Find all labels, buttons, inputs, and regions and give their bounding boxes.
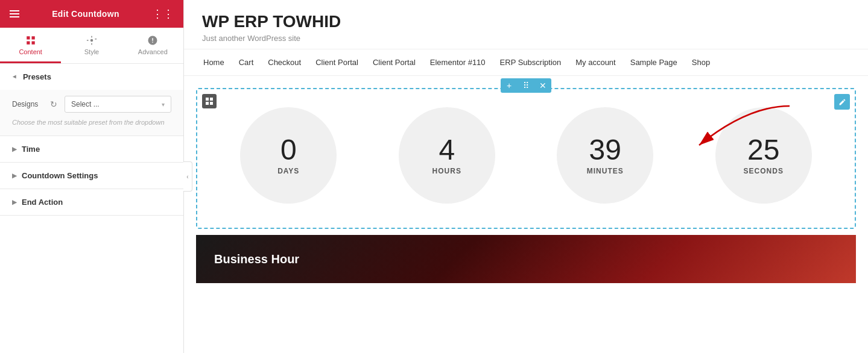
section-presets: ▼ Presets Designs ↻ Select ... ▾ Choose … xyxy=(0,64,183,136)
tab-advanced-label: Advanced xyxy=(138,48,168,55)
preset-select-dropdown[interactable]: Select ... ▾ xyxy=(65,96,171,113)
section-time-label: Time xyxy=(22,145,40,154)
site-header: WP ERP TOWHID Just another WordPress sit… xyxy=(184,0,868,49)
widget-handle[interactable] xyxy=(202,94,217,108)
sidebar-title: Edit Countdown xyxy=(52,9,119,19)
tab-style[interactable]: Style xyxy=(61,28,122,63)
svg-rect-0 xyxy=(27,36,30,39)
countdown-widget: 0 DAYS 4 HOURS 39 MINUTES 25 SECONDS xyxy=(197,89,855,228)
preset-select-value: Select ... xyxy=(71,100,100,108)
countdown-label: SECONDS xyxy=(744,167,784,175)
nav-item[interactable]: My account xyxy=(568,49,622,75)
section-countdown-settings: ▶ Countdown Settings xyxy=(0,163,183,189)
refresh-icon[interactable]: ↻ xyxy=(50,99,60,109)
countdown-number: 39 xyxy=(589,136,621,164)
nav-item[interactable]: Elementor #110 xyxy=(423,49,493,75)
section-presets-header[interactable]: ▼ Presets xyxy=(0,64,183,90)
sidebar-header: Edit Countdown ⋮⋮ xyxy=(0,0,183,28)
countdown-number: 4 xyxy=(439,136,455,164)
countdown-unit: 0 DAYS xyxy=(240,107,337,204)
sidebar-collapse-handle[interactable]: ‹ xyxy=(183,161,192,192)
section-countdown-settings-header[interactable]: ▶ Countdown Settings xyxy=(0,163,183,189)
toolbar-close-button[interactable]: ✕ xyxy=(534,78,551,93)
svg-point-4 xyxy=(90,39,93,42)
tab-content-label: Content xyxy=(19,48,42,55)
grid-icon[interactable]: ⋮⋮ xyxy=(152,7,174,20)
section-presets-body: Designs ↻ Select ... ▾ Choose the most s… xyxy=(0,90,183,136)
countdown-widget-container: + ⠿ ✕ 0 DAYS 4 HOURS 39 xyxy=(196,88,856,229)
nav-item[interactable]: Shop xyxy=(685,49,717,75)
designs-label: Designs xyxy=(12,100,45,108)
tab-style-label: Style xyxy=(84,48,99,55)
chevron-right-icon: ▶ xyxy=(12,172,17,179)
chevron-right-icon: ▶ xyxy=(12,199,17,205)
tab-advanced[interactable]: Advanced xyxy=(122,28,183,63)
toolbar-move-button[interactable]: ⠿ xyxy=(518,78,534,93)
preset-hint: Choose the most suitable preset from the… xyxy=(12,119,171,126)
nav-item[interactable]: Checkout xyxy=(261,49,308,75)
nav-item[interactable]: Home xyxy=(196,49,232,75)
sidebar-tabs: Content Style Advanced xyxy=(0,28,183,64)
countdown-toolbar: + ⠿ ✕ xyxy=(501,78,551,93)
sidebar-content: ▼ Presets Designs ↻ Select ... ▾ Choose … xyxy=(0,64,183,353)
section-time-header[interactable]: ▶ Time xyxy=(0,136,183,162)
main-body: + ⠿ ✕ 0 DAYS 4 HOURS 39 xyxy=(184,76,868,283)
countdown-label: DAYS xyxy=(277,167,299,175)
svg-rect-9 xyxy=(210,102,213,105)
business-hour-title: Business Hour xyxy=(214,252,299,266)
business-hour-section: Business Hour xyxy=(196,235,856,283)
section-end-action-header[interactable]: ▶ End Action xyxy=(0,189,183,215)
section-end-action-label: End Action xyxy=(22,198,63,207)
countdown-circle: 39 MINUTES xyxy=(557,107,653,204)
chevron-down-icon: ▾ xyxy=(162,101,165,108)
widget-edit-button[interactable] xyxy=(834,94,850,110)
countdown-circle: 0 DAYS xyxy=(240,107,337,204)
svg-rect-2 xyxy=(27,42,30,45)
hamburger-icon[interactable] xyxy=(10,10,19,17)
nav-item[interactable]: Cart xyxy=(232,49,261,75)
countdown-label: MINUTES xyxy=(587,167,624,175)
svg-rect-3 xyxy=(31,42,34,45)
countdown-unit: 4 HOURS xyxy=(399,107,495,204)
section-countdown-settings-label: Countdown Settings xyxy=(22,171,98,180)
countdown-number: 25 xyxy=(747,136,779,164)
svg-rect-8 xyxy=(206,102,209,105)
nav-item[interactable]: ERP Subscription xyxy=(493,49,569,75)
section-end-action: ▶ End Action xyxy=(0,189,183,216)
countdown-unit: 25 SECONDS xyxy=(715,107,812,204)
countdown-circle: 4 HOURS xyxy=(399,107,495,204)
svg-rect-7 xyxy=(210,98,213,101)
site-title: WP ERP TOWHID xyxy=(202,12,850,31)
svg-rect-1 xyxy=(31,36,34,39)
nav-item[interactable]: Sample Page xyxy=(623,49,685,75)
toolbar-add-button[interactable]: + xyxy=(501,78,518,93)
designs-row: Designs ↻ Select ... ▾ xyxy=(12,96,171,113)
main-content: WP ERP TOWHID Just another WordPress sit… xyxy=(184,0,868,353)
site-tagline: Just another WordPress site xyxy=(202,34,850,43)
section-presets-label: Presets xyxy=(23,72,51,81)
countdown-unit: 39 MINUTES xyxy=(557,107,653,204)
sidebar: Edit Countdown ⋮⋮ Content Style Advanced… xyxy=(0,0,184,353)
nav-item[interactable]: Client Portal xyxy=(366,49,423,75)
chevron-right-icon: ▶ xyxy=(12,146,17,152)
tab-content[interactable]: Content xyxy=(0,28,61,63)
nav-item[interactable]: Client Portal xyxy=(308,49,366,75)
countdown-label: HOURS xyxy=(432,167,461,175)
svg-rect-6 xyxy=(206,98,209,101)
section-time: ▶ Time xyxy=(0,136,183,163)
countdown-number: 0 xyxy=(280,136,297,164)
countdown-circle: 25 SECONDS xyxy=(715,107,812,204)
chevron-down-icon: ▼ xyxy=(11,74,18,80)
nav-menu: HomeCartCheckoutClient PortalClient Port… xyxy=(184,49,868,76)
